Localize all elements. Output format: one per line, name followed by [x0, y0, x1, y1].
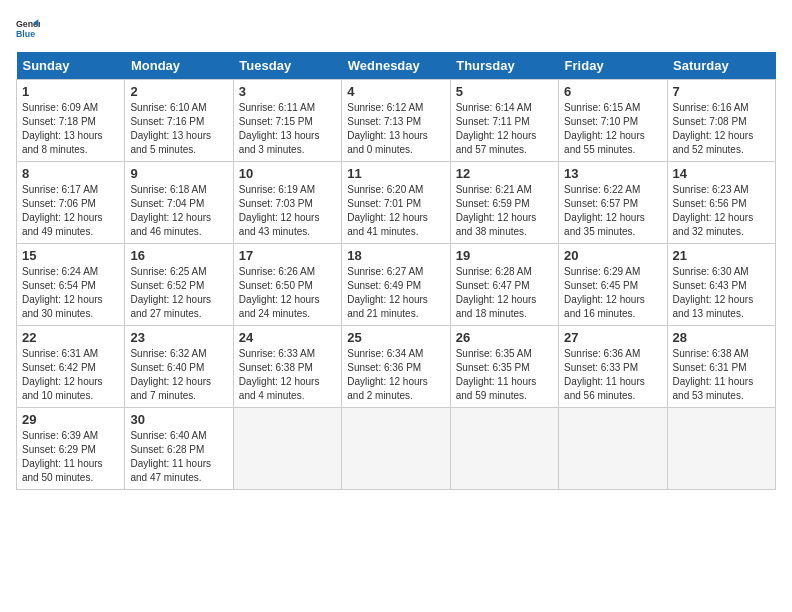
day-number: 21: [673, 248, 770, 263]
day-number: 28: [673, 330, 770, 345]
cell-info: Sunrise: 6:12 AM Sunset: 7:13 PM Dayligh…: [347, 101, 444, 157]
day-number: 25: [347, 330, 444, 345]
calendar-cell: 4 Sunrise: 6:12 AM Sunset: 7:13 PM Dayli…: [342, 80, 450, 162]
cell-info: Sunrise: 6:25 AM Sunset: 6:52 PM Dayligh…: [130, 265, 227, 321]
day-number: 12: [456, 166, 553, 181]
logo-icon: General Blue: [16, 16, 40, 40]
day-number: 5: [456, 84, 553, 99]
column-header-wednesday: Wednesday: [342, 52, 450, 80]
calendar-cell: [667, 408, 775, 490]
cell-info: Sunrise: 6:21 AM Sunset: 6:59 PM Dayligh…: [456, 183, 553, 239]
calendar-cell: 15 Sunrise: 6:24 AM Sunset: 6:54 PM Dayl…: [17, 244, 125, 326]
day-number: 16: [130, 248, 227, 263]
calendar-cell: 2 Sunrise: 6:10 AM Sunset: 7:16 PM Dayli…: [125, 80, 233, 162]
day-number: 3: [239, 84, 336, 99]
cell-info: Sunrise: 6:38 AM Sunset: 6:31 PM Dayligh…: [673, 347, 770, 403]
calendar-cell: 5 Sunrise: 6:14 AM Sunset: 7:11 PM Dayli…: [450, 80, 558, 162]
calendar-cell: 19 Sunrise: 6:28 AM Sunset: 6:47 PM Dayl…: [450, 244, 558, 326]
cell-info: Sunrise: 6:34 AM Sunset: 6:36 PM Dayligh…: [347, 347, 444, 403]
day-number: 9: [130, 166, 227, 181]
day-number: 10: [239, 166, 336, 181]
calendar-cell: 20 Sunrise: 6:29 AM Sunset: 6:45 PM Dayl…: [559, 244, 667, 326]
calendar-cell: 13 Sunrise: 6:22 AM Sunset: 6:57 PM Dayl…: [559, 162, 667, 244]
day-number: 19: [456, 248, 553, 263]
calendar-cell: 11 Sunrise: 6:20 AM Sunset: 7:01 PM Dayl…: [342, 162, 450, 244]
cell-info: Sunrise: 6:16 AM Sunset: 7:08 PM Dayligh…: [673, 101, 770, 157]
day-number: 27: [564, 330, 661, 345]
column-header-sunday: Sunday: [17, 52, 125, 80]
calendar-cell: 16 Sunrise: 6:25 AM Sunset: 6:52 PM Dayl…: [125, 244, 233, 326]
svg-text:Blue: Blue: [16, 29, 35, 39]
cell-info: Sunrise: 6:27 AM Sunset: 6:49 PM Dayligh…: [347, 265, 444, 321]
cell-info: Sunrise: 6:10 AM Sunset: 7:16 PM Dayligh…: [130, 101, 227, 157]
cell-info: Sunrise: 6:15 AM Sunset: 7:10 PM Dayligh…: [564, 101, 661, 157]
day-number: 2: [130, 84, 227, 99]
day-number: 1: [22, 84, 119, 99]
calendar-cell: 8 Sunrise: 6:17 AM Sunset: 7:06 PM Dayli…: [17, 162, 125, 244]
calendar-cell: 26 Sunrise: 6:35 AM Sunset: 6:35 PM Dayl…: [450, 326, 558, 408]
cell-info: Sunrise: 6:28 AM Sunset: 6:47 PM Dayligh…: [456, 265, 553, 321]
day-number: 24: [239, 330, 336, 345]
cell-info: Sunrise: 6:09 AM Sunset: 7:18 PM Dayligh…: [22, 101, 119, 157]
day-number: 7: [673, 84, 770, 99]
calendar-cell: 21 Sunrise: 6:30 AM Sunset: 6:43 PM Dayl…: [667, 244, 775, 326]
column-header-thursday: Thursday: [450, 52, 558, 80]
calendar-cell: 3 Sunrise: 6:11 AM Sunset: 7:15 PM Dayli…: [233, 80, 341, 162]
calendar-cell: 30 Sunrise: 6:40 AM Sunset: 6:28 PM Dayl…: [125, 408, 233, 490]
calendar-cell: 25 Sunrise: 6:34 AM Sunset: 6:36 PM Dayl…: [342, 326, 450, 408]
day-number: 29: [22, 412, 119, 427]
calendar-cell: 1 Sunrise: 6:09 AM Sunset: 7:18 PM Dayli…: [17, 80, 125, 162]
cell-info: Sunrise: 6:33 AM Sunset: 6:38 PM Dayligh…: [239, 347, 336, 403]
day-number: 23: [130, 330, 227, 345]
cell-info: Sunrise: 6:31 AM Sunset: 6:42 PM Dayligh…: [22, 347, 119, 403]
cell-info: Sunrise: 6:20 AM Sunset: 7:01 PM Dayligh…: [347, 183, 444, 239]
day-number: 14: [673, 166, 770, 181]
calendar-cell: 7 Sunrise: 6:16 AM Sunset: 7:08 PM Dayli…: [667, 80, 775, 162]
cell-info: Sunrise: 6:35 AM Sunset: 6:35 PM Dayligh…: [456, 347, 553, 403]
cell-info: Sunrise: 6:11 AM Sunset: 7:15 PM Dayligh…: [239, 101, 336, 157]
cell-info: Sunrise: 6:24 AM Sunset: 6:54 PM Dayligh…: [22, 265, 119, 321]
calendar-cell: 24 Sunrise: 6:33 AM Sunset: 6:38 PM Dayl…: [233, 326, 341, 408]
calendar-cell: [233, 408, 341, 490]
cell-info: Sunrise: 6:40 AM Sunset: 6:28 PM Dayligh…: [130, 429, 227, 485]
cell-info: Sunrise: 6:36 AM Sunset: 6:33 PM Dayligh…: [564, 347, 661, 403]
calendar-cell: 17 Sunrise: 6:26 AM Sunset: 6:50 PM Dayl…: [233, 244, 341, 326]
day-number: 4: [347, 84, 444, 99]
cell-info: Sunrise: 6:23 AM Sunset: 6:56 PM Dayligh…: [673, 183, 770, 239]
day-number: 20: [564, 248, 661, 263]
cell-info: Sunrise: 6:32 AM Sunset: 6:40 PM Dayligh…: [130, 347, 227, 403]
page-header: General Blue: [16, 16, 776, 40]
column-header-friday: Friday: [559, 52, 667, 80]
day-number: 15: [22, 248, 119, 263]
cell-info: Sunrise: 6:30 AM Sunset: 6:43 PM Dayligh…: [673, 265, 770, 321]
day-number: 13: [564, 166, 661, 181]
column-header-monday: Monday: [125, 52, 233, 80]
calendar-cell: [342, 408, 450, 490]
column-header-tuesday: Tuesday: [233, 52, 341, 80]
calendar-cell: 23 Sunrise: 6:32 AM Sunset: 6:40 PM Dayl…: [125, 326, 233, 408]
cell-info: Sunrise: 6:17 AM Sunset: 7:06 PM Dayligh…: [22, 183, 119, 239]
cell-info: Sunrise: 6:26 AM Sunset: 6:50 PM Dayligh…: [239, 265, 336, 321]
cell-info: Sunrise: 6:18 AM Sunset: 7:04 PM Dayligh…: [130, 183, 227, 239]
cell-info: Sunrise: 6:39 AM Sunset: 6:29 PM Dayligh…: [22, 429, 119, 485]
calendar-cell: 6 Sunrise: 6:15 AM Sunset: 7:10 PM Dayli…: [559, 80, 667, 162]
cell-info: Sunrise: 6:22 AM Sunset: 6:57 PM Dayligh…: [564, 183, 661, 239]
calendar-cell: 22 Sunrise: 6:31 AM Sunset: 6:42 PM Dayl…: [17, 326, 125, 408]
calendar-cell: 9 Sunrise: 6:18 AM Sunset: 7:04 PM Dayli…: [125, 162, 233, 244]
calendar-cell: 14 Sunrise: 6:23 AM Sunset: 6:56 PM Dayl…: [667, 162, 775, 244]
day-number: 11: [347, 166, 444, 181]
day-number: 8: [22, 166, 119, 181]
day-number: 17: [239, 248, 336, 263]
calendar-cell: 12 Sunrise: 6:21 AM Sunset: 6:59 PM Dayl…: [450, 162, 558, 244]
day-number: 26: [456, 330, 553, 345]
day-number: 6: [564, 84, 661, 99]
cell-info: Sunrise: 6:19 AM Sunset: 7:03 PM Dayligh…: [239, 183, 336, 239]
logo: General Blue: [16, 16, 44, 40]
calendar-cell: 29 Sunrise: 6:39 AM Sunset: 6:29 PM Dayl…: [17, 408, 125, 490]
calendar-cell: [559, 408, 667, 490]
calendar-cell: 28 Sunrise: 6:38 AM Sunset: 6:31 PM Dayl…: [667, 326, 775, 408]
calendar-cell: 18 Sunrise: 6:27 AM Sunset: 6:49 PM Dayl…: [342, 244, 450, 326]
calendar-table: SundayMondayTuesdayWednesdayThursdayFrid…: [16, 52, 776, 490]
cell-info: Sunrise: 6:29 AM Sunset: 6:45 PM Dayligh…: [564, 265, 661, 321]
day-number: 30: [130, 412, 227, 427]
